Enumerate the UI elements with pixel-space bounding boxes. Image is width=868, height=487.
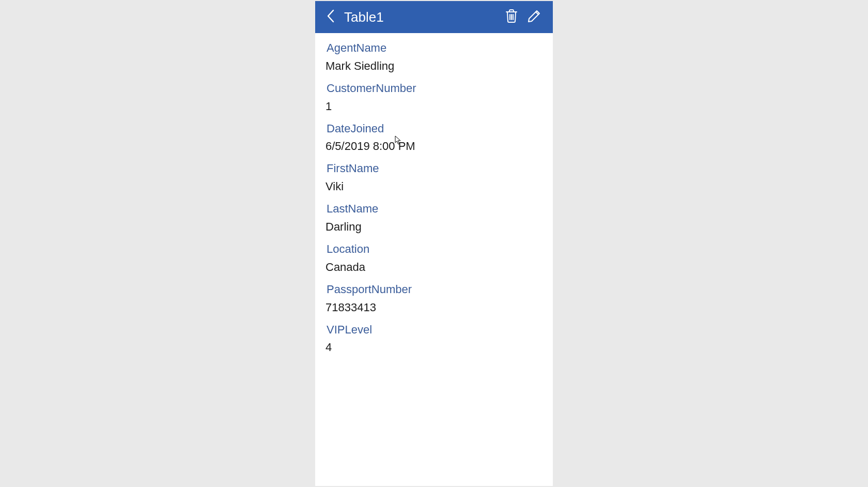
field-datejoined: DateJoined 6/5/2019 8:00 PM	[327, 119, 541, 155]
field-location: Location Canada	[327, 239, 541, 276]
field-label: VIPLevel	[327, 322, 541, 338]
app-container: Table1 Age	[315, 1, 553, 486]
field-label: AgentName	[327, 40, 541, 56]
field-agentname: AgentName Mark Siedling	[327, 38, 541, 74]
page-title: Table1	[344, 9, 500, 25]
field-value: Mark Siedling	[326, 57, 541, 74]
field-value: Canada	[326, 258, 541, 276]
field-customernumber: CustomerNumber 1	[327, 79, 541, 115]
header-bar: Table1	[315, 1, 553, 33]
field-value: 1	[326, 98, 541, 115]
field-label: FirstName	[327, 161, 541, 177]
field-value: 4	[326, 339, 541, 356]
field-value: 6/5/2019 8:00 PM	[326, 138, 541, 155]
field-viplevel: VIPLevel 4	[327, 320, 541, 356]
trash-icon	[505, 9, 518, 25]
field-label: PassportNumber	[327, 282, 541, 298]
field-label: Location	[327, 241, 541, 257]
detail-content: AgentName Mark Siedling CustomerNumber 1…	[315, 33, 553, 486]
chevron-left-icon	[326, 9, 335, 25]
edit-button[interactable]	[523, 6, 546, 28]
field-value: Viki	[326, 178, 541, 195]
back-button[interactable]	[320, 7, 341, 27]
field-label: CustomerNumber	[327, 81, 541, 97]
field-lastname: LastName Darling	[327, 199, 541, 235]
field-firstname: FirstName Viki	[327, 159, 541, 195]
field-value: Darling	[326, 218, 541, 235]
field-label: DateJoined	[327, 121, 541, 137]
pencil-icon	[528, 9, 541, 25]
field-passportnumber: PassportNumber 71833413	[327, 280, 541, 316]
field-label: LastName	[327, 201, 541, 217]
delete-button[interactable]	[500, 6, 523, 28]
field-value: 71833413	[326, 299, 541, 316]
